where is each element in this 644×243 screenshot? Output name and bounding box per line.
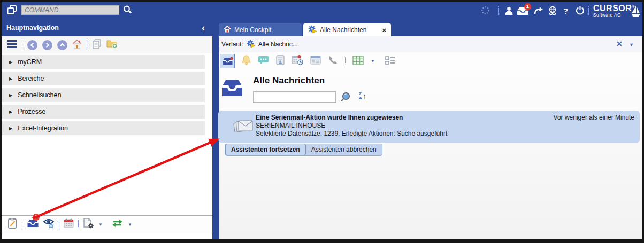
contact-card-icon[interactable] — [276, 55, 285, 67]
sort-icon[interactable]: Z A ↑ — [359, 92, 366, 100]
sort-arrow-glyph: ↑ — [363, 92, 366, 100]
app-window: 1 ? CURSOR® Software AG Hau — [0, 0, 644, 243]
message-list-item[interactable]: Eine Serienmail-Aktion wurde Ihnen zugew… — [218, 111, 640, 143]
up-icon[interactable] — [57, 40, 67, 50]
sidebar-item-schnellsuchen[interactable]: ▶ Schnellsuchen — [2, 88, 205, 102]
inbox-badge: 1 — [524, 3, 531, 10]
sidebar-item-prozesse[interactable]: ▶ Prozesse — [2, 105, 205, 119]
chat-icon[interactable] — [258, 56, 269, 67]
message-title: Eine Serienmail-Aktion wurde Ihnen zugew… — [256, 114, 403, 121]
history-label: Verlauf: — [221, 41, 243, 48]
search-icon[interactable] — [122, 5, 133, 17]
window-copy-icon[interactable] — [7, 5, 17, 17]
tab-close-icon[interactable]: × — [382, 26, 386, 34]
gear-play-icon — [308, 25, 317, 35]
sidebar-title: Hauptnavigation — [6, 24, 59, 32]
inbox-badge: 1 — [33, 214, 40, 221]
logo-subtext: Software AG — [593, 12, 635, 18]
sidebar-item-mycrm[interactable]: ▶ myCRM — [2, 55, 205, 69]
journal-icon[interactable] — [310, 56, 321, 67]
divider — [345, 57, 346, 66]
tab-mein-cockpit[interactable]: Mein Cockpit — [219, 23, 302, 36]
sync-icon[interactable] — [111, 219, 124, 230]
tab-label: Alle Nachrichten — [320, 26, 366, 34]
message-actions: Assistenten fortsetzen Assistenten abbre… — [225, 144, 382, 156]
message-timestamp: Vor weniger als einer Minute — [554, 114, 634, 121]
redo-icon[interactable] — [534, 6, 543, 17]
sidebar-item-label: Excel-Integration — [18, 124, 68, 132]
chevron-down-icon[interactable]: ▼ — [98, 222, 103, 227]
divider — [22, 220, 22, 229]
sailboat-icon — [631, 5, 641, 19]
chevron-right-icon: ▶ — [9, 76, 12, 81]
divider — [78, 220, 79, 229]
list-layout-icon[interactable] — [385, 56, 395, 67]
sidebar-item-label: Prozesse — [18, 108, 45, 115]
notes-edit-icon[interactable] — [8, 218, 18, 231]
history-row: Verlauf: Alle Nachric... — [219, 36, 642, 52]
calendar-clock-icon[interactable] — [292, 55, 303, 67]
sidebar-item-label: Schnellsuchen — [18, 91, 61, 99]
home-icon[interactable] — [72, 40, 82, 51]
sidebar-item-bereiche[interactable]: ▶ Bereiche — [2, 72, 205, 85]
divider — [22, 40, 22, 50]
clipboard-icon[interactable] — [92, 39, 102, 51]
history-entry[interactable]: Alle Nachric... — [258, 41, 298, 48]
message-search-input[interactable] — [253, 91, 336, 103]
chevron-right-icon: ▶ — [9, 93, 12, 98]
calendar-icon[interactable] — [64, 218, 74, 230]
document-gear-icon[interactable] — [83, 218, 94, 231]
divider — [87, 40, 87, 50]
sidebar-toolbar — [2, 36, 212, 53]
eye-star-icon[interactable] — [43, 218, 55, 231]
envelope-stack-icon — [233, 117, 254, 138]
sidebar-item-label: myCRM — [18, 58, 42, 66]
spinner-icon — [481, 6, 490, 17]
assistant-cancel-button[interactable]: Assistenten abbrechen — [306, 144, 382, 155]
phone-icon[interactable] — [328, 55, 338, 67]
sort-a-label: A — [359, 96, 362, 100]
logo-text: CURSOR — [593, 4, 632, 13]
inbox-tray-icon[interactable] — [220, 54, 235, 68]
sidebar-item-label: Bereiche — [18, 75, 44, 82]
home-icon — [224, 26, 231, 34]
menu-icon[interactable] — [7, 40, 17, 50]
message-details: Selektierte Datensätze: 1239, Erledigte … — [256, 130, 447, 137]
divider — [498, 6, 499, 15]
sidebar-item-excel-integration[interactable]: ▶ Excel-Integration — [2, 121, 205, 135]
chevron-right-icon: ▶ — [9, 60, 12, 65]
cursor-logo[interactable]: CURSOR® Software AG — [593, 4, 635, 18]
tab-label: Mein Cockpit — [234, 26, 271, 34]
sidebar-bottom-toolbar: 1 — [2, 215, 212, 233]
user-icon[interactable] — [504, 6, 513, 17]
folder-add-icon[interactable] — [106, 39, 118, 51]
inbox-tray-icon[interactable]: 1 — [516, 7, 530, 18]
bell-icon[interactable] — [242, 55, 251, 67]
inbox-tray-icon[interactable]: 1 — [27, 219, 39, 230]
help-icon[interactable]: ? — [563, 6, 568, 15]
power-icon[interactable] — [576, 6, 585, 17]
gear-play-icon — [247, 40, 255, 49]
messages-toolbar: ▼ — [219, 52, 642, 70]
assistant-continue-button[interactable]: Assistenten fortsetzen — [225, 144, 306, 155]
close-icon[interactable]: ✕ — [616, 40, 623, 48]
message-subtitle: SERIENMAIL INHOUSE — [256, 122, 325, 129]
chevron-right-icon: ▶ — [9, 126, 12, 131]
forward-icon[interactable] — [42, 40, 52, 50]
divider — [588, 6, 589, 15]
table-icon[interactable] — [352, 56, 364, 67]
magnifier-icon[interactable] — [340, 92, 351, 105]
web-link-icon[interactable] — [548, 6, 557, 18]
collapse-sidebar-icon[interactable]: ‹ — [202, 22, 205, 34]
command-input[interactable] — [21, 5, 119, 15]
chevron-down-icon[interactable]: ▼ — [128, 222, 132, 227]
chevron-down-icon[interactable]: ▼ — [371, 59, 375, 64]
chevron-right-icon: ▶ — [9, 109, 12, 114]
page-title: Alle Nachrichten — [253, 75, 325, 86]
tab-alle-nachrichten[interactable]: Alle Nachrichten × — [303, 23, 391, 36]
chevron-down-icon[interactable]: ▼ — [629, 42, 634, 48]
inbox-big-icon — [221, 79, 243, 99]
back-icon[interactable] — [27, 40, 37, 50]
divider — [59, 220, 59, 229]
